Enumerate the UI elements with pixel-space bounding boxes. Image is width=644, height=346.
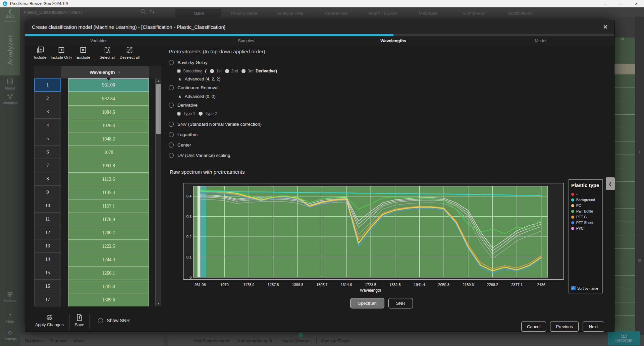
type-1-radio[interactable] bbox=[177, 112, 181, 116]
table-row[interactable]: 71091.8 bbox=[34, 159, 161, 172]
smoothing-radio[interactable] bbox=[177, 69, 181, 73]
scroll-down-icon[interactable]: ▼ bbox=[156, 301, 161, 306]
cancel-button[interactable]: Cancel bbox=[521, 322, 546, 332]
dialog-close-icon[interactable]: ✕ bbox=[603, 23, 608, 31]
wavelength-value-cell[interactable]: 1070 bbox=[68, 146, 149, 159]
snr-button[interactable]: SNR bbox=[388, 298, 413, 308]
row-number-cell[interactable]: 12 bbox=[34, 226, 61, 239]
apply-changes-button[interactable]: Apply Changes bbox=[35, 314, 64, 327]
savitzky-golay-radio[interactable] bbox=[169, 60, 174, 65]
legend-item-background[interactable]: Background bbox=[571, 198, 600, 202]
row-number-cell[interactable]: 4 bbox=[34, 119, 61, 132]
panel-collapse-tab[interactable]: ❮ bbox=[606, 177, 615, 190]
next-button[interactable]: Next bbox=[583, 322, 604, 332]
row-number-cell[interactable]: 16 bbox=[34, 280, 61, 293]
table-row[interactable]: 2982.84 bbox=[34, 92, 161, 105]
include-button[interactable]: Include bbox=[34, 47, 46, 59]
table-row[interactable]: 121200.7 bbox=[34, 226, 161, 239]
wavelength-value-cell[interactable]: 1200.7 bbox=[68, 226, 149, 239]
deselect-all-button[interactable]: Deselect all bbox=[120, 47, 140, 59]
row-number-cell[interactable]: 1 bbox=[34, 78, 61, 92]
table-row[interactable]: 101157.1 bbox=[34, 199, 161, 213]
row-number-cell[interactable]: 2 bbox=[34, 92, 61, 105]
wavelength-value-cell[interactable]: 1048.2 bbox=[68, 132, 149, 146]
savitzky-golay-option[interactable]: Savitzky Golay bbox=[169, 60, 383, 65]
center-option[interactable]: Center bbox=[169, 142, 383, 148]
previous-button[interactable]: Previous bbox=[550, 322, 579, 332]
wavelength-value-cell[interactable]: 1222.5 bbox=[68, 239, 149, 253]
table-row[interactable]: 61070 bbox=[34, 146, 161, 159]
center-radio[interactable] bbox=[169, 142, 174, 148]
step-model[interactable]: Model bbox=[467, 36, 614, 45]
second-derivative-radio[interactable] bbox=[225, 69, 229, 73]
sort-by-name-row[interactable]: ✓ Sort by name bbox=[571, 286, 598, 290]
step-variables[interactable]: Variables bbox=[25, 36, 172, 45]
minimize-icon[interactable]: — bbox=[598, 0, 613, 7]
legend-item-[interactable]: - bbox=[571, 192, 600, 196]
table-row[interactable]: 31004.6 bbox=[34, 105, 161, 119]
select-all-button[interactable]: Select all bbox=[100, 47, 115, 59]
snv-radio[interactable] bbox=[169, 122, 174, 127]
table-row[interactable]: 111178.9 bbox=[34, 213, 161, 226]
logarithm-radio[interactable] bbox=[169, 132, 174, 137]
wavelength-value-cell[interactable]: 1244.3 bbox=[68, 253, 149, 266]
table-row[interactable]: 141244.3 bbox=[34, 253, 161, 266]
row-number-cell[interactable]: 11 bbox=[34, 213, 61, 226]
row-number-cell[interactable]: 5 bbox=[34, 132, 61, 146]
table-row[interactable]: 131222.5 bbox=[34, 239, 161, 253]
row-number-cell[interactable]: 15 bbox=[34, 266, 61, 280]
maximize-icon[interactable]: □ bbox=[613, 0, 629, 7]
continuum-removal-option[interactable]: Continuum Removal bbox=[169, 85, 383, 90]
wavelength-value-cell[interactable]: 1287.8 bbox=[68, 280, 149, 293]
legend-item-pc[interactable]: PC bbox=[571, 204, 600, 208]
sort-by-name-checkbox[interactable]: ✓ bbox=[571, 286, 576, 290]
uv-scaling-option[interactable]: UV (Unit Variance) scaling bbox=[169, 153, 383, 158]
exclude-button[interactable]: Exclude bbox=[76, 47, 90, 59]
first-derivative-radio[interactable] bbox=[210, 69, 214, 73]
show-snr-option[interactable]: Show SNR bbox=[98, 318, 129, 323]
derivative-option[interactable]: Derivative bbox=[169, 103, 383, 108]
spectrum-button[interactable]: Spectrum bbox=[350, 298, 384, 308]
wavelength-value-cell[interactable]: 1113.6 bbox=[68, 172, 149, 186]
table-row[interactable]: 41026.4 bbox=[34, 119, 161, 132]
row-number-cell[interactable]: 9 bbox=[34, 186, 61, 199]
wavelength-column-header[interactable]: Wavelength△ bbox=[61, 66, 149, 78]
table-row[interactable]: 81113.6 bbox=[34, 172, 161, 186]
step-wavelengths[interactable]: Wavelengths bbox=[320, 36, 467, 45]
wavelength-value-cell[interactable]: 1266.1 bbox=[68, 266, 149, 280]
table-scrollbar[interactable]: ▲ ▼ bbox=[155, 78, 161, 306]
third-derivative-radio[interactable] bbox=[241, 69, 246, 73]
table-row[interactable]: 151266.1 bbox=[34, 266, 161, 280]
legend-item-pet-g[interactable]: PET G bbox=[571, 215, 600, 219]
snv-option[interactable]: SNV (Standard Normal Variate correction) bbox=[169, 122, 383, 127]
type-2-radio[interactable] bbox=[199, 112, 203, 116]
row-number-cell[interactable]: 17 bbox=[34, 293, 61, 306]
show-snr-radio[interactable] bbox=[98, 318, 103, 323]
wavelength-value-cell[interactable]: 1026.4 bbox=[68, 119, 149, 132]
table-row[interactable]: 161287.8 bbox=[34, 280, 161, 293]
legend-item-pet-sheet[interactable]: PET Sheet bbox=[571, 221, 600, 225]
table-row[interactable]: 171309.6 bbox=[34, 293, 161, 306]
legend-item-pvc[interactable]: PVC bbox=[571, 226, 600, 230]
row-number-cell[interactable]: 6 bbox=[34, 146, 61, 159]
wavelength-value-cell[interactable]: 982.84 bbox=[68, 92, 149, 105]
wavelength-value-cell[interactable]: 1157.1 bbox=[68, 199, 149, 213]
wavelength-value-cell[interactable]: 961.06 bbox=[68, 78, 149, 92]
wavelength-value-cell[interactable]: 1178.9 bbox=[68, 213, 149, 226]
table-row[interactable]: 91135.3 bbox=[34, 186, 161, 199]
table-row[interactable]: 1961.06 bbox=[34, 78, 161, 92]
row-number-cell[interactable]: 14 bbox=[34, 253, 61, 266]
save-button[interactable]: Save bbox=[75, 314, 85, 327]
scrollbar-thumb[interactable] bbox=[156, 84, 161, 134]
scroll-up-icon[interactable]: ▲ bbox=[156, 78, 161, 83]
cr-advanced-toggle[interactable]: ∧ Advanced (0, 0) bbox=[169, 94, 383, 99]
sg-advanced-toggle[interactable]: ∧ Advanced (4, 2, 2) bbox=[169, 76, 383, 81]
wavelength-value-cell[interactable]: 1309.6 bbox=[68, 293, 149, 306]
close-icon[interactable]: ✕ bbox=[629, 0, 644, 7]
wavelength-value-cell[interactable]: 1091.8 bbox=[68, 159, 149, 172]
continuum-removal-radio[interactable] bbox=[169, 85, 174, 90]
step-samples[interactable]: Samples bbox=[172, 36, 320, 45]
logarithm-option[interactable]: Logarithm bbox=[169, 132, 383, 137]
wavelength-value-cell[interactable]: 1004.6 bbox=[68, 105, 149, 119]
uv-scaling-radio[interactable] bbox=[169, 153, 174, 158]
